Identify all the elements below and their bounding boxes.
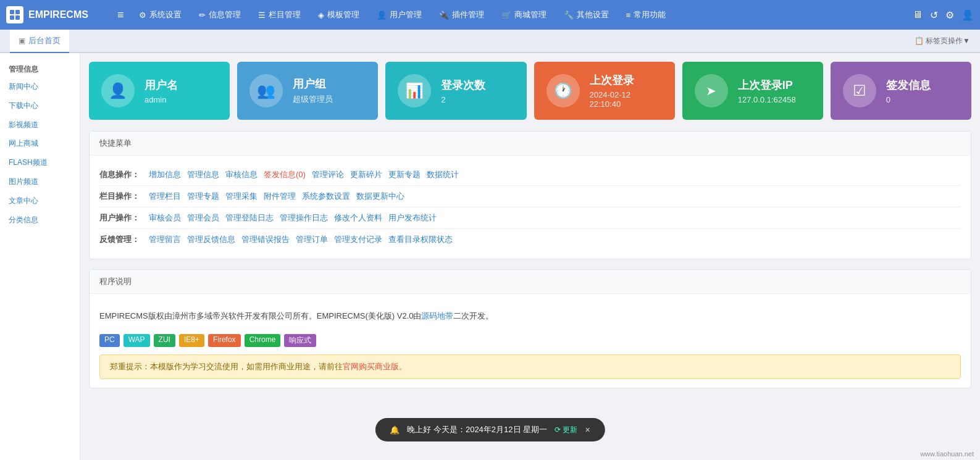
- nav-common-functions[interactable]: ≡ 常用功能: [618, 0, 675, 30]
- group-card-icon: 👥: [249, 74, 283, 107]
- program-desc-text: EMPIRECMS版权由漳州市多域帝兴软件开发有限公司所有。EMPIRECMS(…: [99, 303, 961, 329]
- card-logincount: 📊 登录次数 2: [385, 62, 526, 120]
- plugin-icon: 🔌: [439, 10, 449, 20]
- link-manage-member[interactable]: 管理会员: [187, 212, 219, 224]
- card-usergroup-title: 用户组: [293, 77, 333, 91]
- cards-row: 👤 用户名 admin 👥 用户组 超级管理员 📊 登录次数 2: [89, 62, 971, 120]
- top-nav: EMPIRECMS ≡ ⚙ 系统设置 ✏ 信息管理 ☰ 栏目管理 ◈ 模板管理 …: [0, 0, 980, 30]
- user-card-icon: 👤: [101, 74, 135, 107]
- link-op-log[interactable]: 管理操作日志: [280, 212, 328, 224]
- sidebar-item-article[interactable]: 文章中心: [0, 191, 80, 211]
- warning-box: 郑重提示：本模版作为学习交流使用，如需用作商业用途，请前往官网购买商业版。: [99, 354, 961, 379]
- link-system-params[interactable]: 系统参数设置: [302, 191, 350, 202]
- feedback-ops-row: 反馈管理： 管理留言 管理反馈信息 管理错误报告 管理订单 管理支付记录 查看目…: [99, 229, 961, 250]
- badge-row: PC WAP ZUI IE8+ Firefox Chrome 响应式: [99, 334, 961, 347]
- link-manage-feedback[interactable]: 管理反馈信息: [187, 234, 235, 245]
- link-manage-column[interactable]: 管理栏目: [149, 191, 181, 202]
- badge-pc: PC: [99, 334, 120, 347]
- functions-icon: ≡: [626, 10, 631, 20]
- quick-menu-header: 快捷菜单: [90, 132, 971, 156]
- notif-close-button[interactable]: ×: [585, 425, 590, 435]
- link-attachment-manage[interactable]: 附件管理: [264, 191, 296, 202]
- sidebar-item-news[interactable]: 新闻中心: [0, 77, 80, 96]
- card-signinfo-title: 签发信息: [886, 78, 931, 93]
- time-card-icon: 🕐: [547, 74, 580, 107]
- tab-dashboard[interactable]: ▣ 后台首页: [10, 30, 69, 53]
- sidebar-item-download[interactable]: 下载中心: [0, 96, 80, 115]
- nav-shop-manage[interactable]: 🛒 商城管理: [493, 0, 555, 30]
- sidebar-label: 管理信息: [0, 59, 80, 77]
- prog-link[interactable]: 源码地带: [421, 311, 453, 320]
- card-logincount-title: 登录次数: [441, 78, 485, 93]
- sidebar-item-photo[interactable]: 图片频道: [0, 172, 80, 191]
- nav-other-settings[interactable]: 🔧 其他设置: [555, 0, 618, 30]
- link-manage-collect[interactable]: 管理采集: [225, 191, 258, 202]
- link-manage-comment[interactable]: 管理评论: [312, 169, 344, 180]
- badge-chrome: Chrome: [245, 334, 281, 347]
- prog-text1: EMPIRECMS版权由漳州市多域帝兴软件开发有限公司所有。EMPIRECMS(…: [99, 311, 421, 320]
- nav-column-manage[interactable]: ☰ 栏目管理: [249, 0, 309, 30]
- link-manage-msg[interactable]: 管理留言: [149, 234, 181, 245]
- warn-text1: 郑重提示：本模版作为学习交流使用，如需用作商业用途，请前往: [110, 362, 343, 371]
- logo-icon: [6, 6, 23, 23]
- link-review-info[interactable]: 审核信息: [225, 169, 258, 180]
- nav-user-manage[interactable]: 👤 用户管理: [368, 0, 430, 30]
- svg-rect-2: [10, 15, 14, 20]
- monitor-icon[interactable]: 🖥: [913, 9, 923, 20]
- nav-template-manage[interactable]: ◈ 模板管理: [309, 0, 368, 30]
- link-update-topic[interactable]: 更新专题: [388, 169, 421, 180]
- info-ops-row: 信息操作： 增加信息 管理信息 审核信息 签发信息(0) 管理评论 更新碎片 更…: [99, 164, 961, 186]
- link-login-log[interactable]: 管理登陆日志: [225, 212, 274, 224]
- quick-menu-body: 信息操作： 增加信息 管理信息 审核信息 签发信息(0) 管理评论 更新碎片 更…: [90, 156, 971, 259]
- nav-items: ⚙ 系统设置 ✏ 信息管理 ☰ 栏目管理 ◈ 模板管理 👤 用户管理 🔌 插件管…: [130, 0, 913, 30]
- card-signinfo: ☑ 签发信息 0: [831, 62, 971, 120]
- logo: EMPIRECMS: [6, 6, 111, 23]
- link-manage-info[interactable]: 管理信息: [187, 169, 219, 180]
- bell-icon: 🔔: [390, 425, 400, 435]
- link-edit-profile[interactable]: 修改个人资料: [334, 212, 382, 224]
- nav-info-manage[interactable]: ✏ 信息管理: [190, 0, 249, 30]
- config-icon[interactable]: ⚙: [945, 9, 954, 21]
- template-icon: ◈: [318, 10, 324, 20]
- link-manage-error[interactable]: 管理错误报告: [241, 234, 290, 245]
- sidebar-item-shop[interactable]: 网上商城: [0, 134, 80, 153]
- link-dir-perms[interactable]: 查看目录权限状态: [388, 234, 453, 245]
- svg-rect-3: [15, 15, 20, 20]
- sidebar-item-video[interactable]: 影视频道: [0, 115, 80, 135]
- settings-icon: ⚙: [139, 10, 146, 20]
- link-data-stats[interactable]: 数据统计: [427, 169, 459, 180]
- card-logincount-value: 2: [441, 95, 485, 104]
- badge-wap: WAP: [124, 334, 150, 347]
- user-ops-row: 用户操作： 审核会员 管理会员 管理登陆日志 管理操作日志 修改个人资料 用户发…: [99, 207, 961, 229]
- svg-rect-1: [15, 10, 20, 14]
- account-icon[interactable]: 👤: [961, 9, 974, 21]
- link-update-fragment[interactable]: 更新碎片: [350, 169, 382, 180]
- link-data-update[interactable]: 数据更新中心: [356, 191, 404, 202]
- sidebar-item-classify[interactable]: 分类信息: [0, 211, 80, 230]
- badge-firefox: Firefox: [208, 334, 241, 347]
- sidebar-item-flash[interactable]: FLASH频道: [0, 153, 80, 172]
- sidebar: 管理信息 新闻中心 下载中心 影视频道 网上商城 FLASH频道 图片频道 文章…: [0, 53, 80, 460]
- update-button[interactable]: ⟳ 更新: [555, 425, 577, 435]
- card-username-value: admin: [144, 95, 178, 104]
- link-review-member[interactable]: 审核会员: [149, 212, 181, 224]
- link-manage-topic[interactable]: 管理专题: [187, 191, 219, 202]
- nav-system-settings[interactable]: ⚙ 系统设置: [130, 0, 190, 30]
- link-user-pub-stats[interactable]: 用户发布统计: [388, 212, 437, 224]
- tab-operations[interactable]: 📋 标签页操作▼: [915, 36, 970, 46]
- feedback-ops-label: 反馈管理：: [99, 234, 143, 245]
- link-manage-order[interactable]: 管理订单: [296, 234, 328, 245]
- nav-plugin-manage[interactable]: 🔌 插件管理: [430, 0, 493, 30]
- nav-toggle[interactable]: ≡: [111, 9, 130, 22]
- badge-responsive: 响应式: [284, 334, 316, 347]
- notif-text: 晚上好 今天是：2024年2月12日 星期一: [407, 424, 547, 435]
- shop-icon: 🛒: [501, 10, 511, 20]
- link-manage-payment[interactable]: 管理支付记录: [334, 234, 382, 245]
- warn-link[interactable]: 官网购买商业版。: [343, 362, 407, 371]
- link-add-info[interactable]: 增加信息: [149, 169, 181, 180]
- count-card-icon: 📊: [398, 74, 431, 107]
- nav-right: 🖥 ↺ ⚙ 👤: [913, 9, 974, 21]
- link-sign-info[interactable]: 签发信息(0): [264, 169, 306, 180]
- refresh-icon[interactable]: ↺: [930, 9, 938, 21]
- notification-bar: 🔔 晚上好 今天是：2024年2月12日 星期一 ⟳ 更新 ×: [375, 418, 605, 441]
